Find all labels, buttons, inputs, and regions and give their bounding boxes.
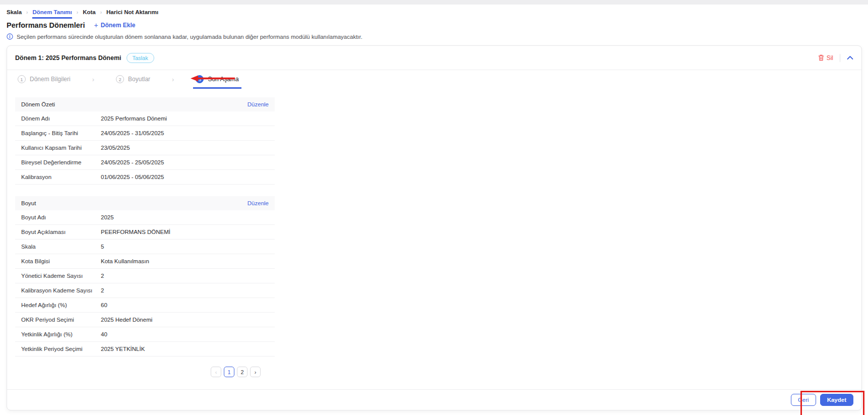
wizard-stepper: 1 Dönem Bilgileri › 2 Boyutlar › 3 Son A…	[7, 70, 861, 89]
row-value: 5	[101, 244, 104, 250]
row-value: Kota Kullanılmasın	[101, 258, 149, 264]
chevron-right-icon: ›	[26, 9, 28, 15]
edit-button[interactable]: Düzenle	[247, 101, 269, 107]
breadcrumb: Skala › Dönem Tanımı › Kota › Harici Not…	[7, 9, 868, 19]
save-button[interactable]: Kaydet	[820, 394, 853, 406]
table-row: Yetkinlik Periyod Seçimi 2025 YETKİNLİK	[15, 342, 275, 357]
pagination-page-1-button[interactable]: 1	[224, 367, 234, 377]
row-value: 24/05/2025 - 25/05/2025	[101, 159, 164, 165]
table-row: Kota Bilgisi Kota Kullanılmasın	[15, 254, 275, 269]
table-row: Bireysel Değerlendirme 24/05/2025 - 25/0…	[15, 155, 275, 170]
step-son-asama[interactable]: 3 Son Aşama	[193, 75, 241, 89]
step-label: Son Aşama	[208, 76, 238, 83]
row-value: 2025 Performans Dönemi	[101, 115, 167, 122]
table-row: Kalibrasyon 01/06/2025 - 05/06/2025	[15, 170, 275, 185]
row-value: 2025	[101, 214, 114, 220]
table-row: Başlangıç - Bitiş Tarihi 24/05/2025 - 31…	[15, 126, 275, 141]
top-strip	[0, 0, 868, 5]
table-row: Yetkinlik Ağırlığı (%) 40	[15, 327, 275, 342]
table-row: Kalibrasyon Kademe Sayısı 2	[15, 283, 275, 298]
row-label: Boyut Açıklaması	[21, 229, 101, 235]
table-row: Hedef Ağırlığı (%) 60	[15, 298, 275, 313]
row-label: Hedef Ağırlığı (%)	[21, 302, 101, 308]
section-title: Dönem Özeti	[21, 101, 55, 107]
pagination-page-2-button[interactable]: 2	[237, 367, 247, 377]
breadcrumb-item-donem-tanimi[interactable]: Dönem Tanımı	[32, 9, 72, 19]
table-row: Yönetici Kademe Sayısı 2	[15, 269, 275, 283]
row-value: 2025 Hedef Dönemi	[101, 317, 152, 323]
table-row: Boyut Adı 2025	[15, 210, 275, 225]
step-donem-bilgileri[interactable]: 1 Dönem Bilgileri	[15, 75, 73, 87]
add-period-label: Dönem Ekle	[101, 22, 136, 29]
row-label: Yönetici Kademe Sayısı	[21, 273, 101, 279]
section-boyut: Boyut Düzenle Boyut Adı 2025 Boyut Açıkl…	[15, 196, 275, 357]
section-header: Boyut Düzenle	[15, 196, 275, 210]
breadcrumb-item-skala[interactable]: Skala	[7, 9, 22, 17]
table-row: OKR Periyod Seçimi 2025 Hedef Dönemi	[15, 313, 275, 327]
row-label: Yetkinlik Ağırlığı (%)	[21, 331, 101, 337]
row-label: Skala	[21, 244, 101, 250]
page-title: Performans Dönemleri	[7, 21, 85, 29]
status-badge: Taslak	[127, 53, 154, 63]
row-label: Dönem Adı	[21, 115, 101, 122]
row-label: Yetkinlik Periyod Seçimi	[21, 346, 101, 352]
row-label: OKR Periyod Seçimi	[21, 317, 101, 323]
card-header: Dönem 1: 2025 Performans Dönemi Taslak S…	[7, 46, 861, 70]
section-donem-ozeti: Dönem Özeti Düzenle Dönem Adı 2025 Perfo…	[15, 97, 275, 185]
table-row: Boyut Açıklaması PEERFORMANS DÖNEMİ	[15, 225, 275, 240]
row-label: Başlangıç - Bitiş Tarihi	[21, 130, 101, 136]
edit-button[interactable]: Düzenle	[247, 200, 269, 206]
row-value: 2025 YETKİNLİK	[101, 346, 145, 352]
collapse-button[interactable]	[847, 55, 853, 60]
section-title: Boyut	[21, 200, 36, 206]
card-content: Dönem Özeti Düzenle Dönem Adı 2025 Perfo…	[7, 89, 861, 377]
row-value: 2	[101, 273, 104, 279]
breadcrumb-item-kota[interactable]: Kota	[83, 9, 96, 17]
delete-label: Sil	[827, 54, 833, 62]
row-label: Bireysel Değerlendirme	[21, 159, 101, 165]
breadcrumb-item-harici-not-aktarimi[interactable]: Harici Not Aktarımı	[106, 9, 158, 17]
row-label: Kullanıcı Kapsam Tarihi	[21, 145, 101, 151]
row-value: 60	[101, 302, 107, 308]
chevron-right-icon: ›	[172, 75, 174, 83]
row-label: Kota Bilgisi	[21, 258, 101, 264]
chevron-right-icon: ›	[77, 9, 78, 15]
row-value: 2	[101, 287, 104, 293]
back-button[interactable]: Geri	[791, 394, 816, 406]
pagination: ‹ 1 2 ›	[211, 367, 853, 377]
info-row: Seçilen performans sürecinde oluşturulan…	[7, 33, 868, 40]
row-value: PEERFORMANS DÖNEMİ	[101, 229, 170, 235]
step-label: Dönem Bilgileri	[30, 76, 71, 83]
info-text: Seçilen performans sürecinde oluşturulan…	[17, 34, 362, 40]
table-row: Skala 5	[15, 240, 275, 254]
row-value: 01/06/2025 - 05/06/2025	[101, 174, 164, 180]
add-period-button[interactable]: + Dönem Ekle	[94, 21, 136, 29]
plus-icon: +	[94, 21, 98, 29]
card-footer: Geri Kaydet	[7, 389, 861, 410]
delete-button[interactable]: Sil	[818, 54, 833, 62]
step-number-badge: 2	[116, 75, 124, 83]
pagination-prev-button[interactable]: ‹	[211, 367, 221, 377]
page: Skala › Dönem Tanımı › Kota › Harici Not…	[0, 9, 868, 410]
table-row: Dönem Adı 2025 Performans Dönemi	[15, 111, 275, 126]
divider	[840, 54, 840, 62]
info-icon	[7, 33, 13, 40]
step-boyutlar[interactable]: 2 Boyutlar	[113, 75, 153, 87]
row-label: Boyut Adı	[21, 214, 101, 220]
step-label: Boyutlar	[128, 76, 150, 83]
step-number-badge: 3	[196, 75, 204, 83]
chevron-up-icon	[847, 55, 853, 60]
row-label: Kalibrasyon	[21, 174, 101, 180]
row-label: Kalibrasyon Kademe Sayısı	[21, 287, 101, 293]
pagination-next-button[interactable]: ›	[250, 367, 261, 377]
section-header: Dönem Özeti Düzenle	[15, 97, 275, 111]
step-number-badge: 1	[18, 75, 26, 83]
row-value: 24/05/2025 - 31/05/2025	[101, 130, 164, 136]
row-value: 40	[101, 331, 107, 337]
title-row: Performans Dönemleri + Dönem Ekle	[7, 21, 868, 29]
chevron-right-icon: ›	[92, 75, 94, 83]
period-card-title: Dönem 1: 2025 Performans Dönemi	[15, 54, 121, 62]
row-value: 23/05/2025	[101, 145, 130, 151]
table-row: Kullanıcı Kapsam Tarihi 23/05/2025	[15, 141, 275, 155]
trash-icon	[818, 54, 824, 61]
